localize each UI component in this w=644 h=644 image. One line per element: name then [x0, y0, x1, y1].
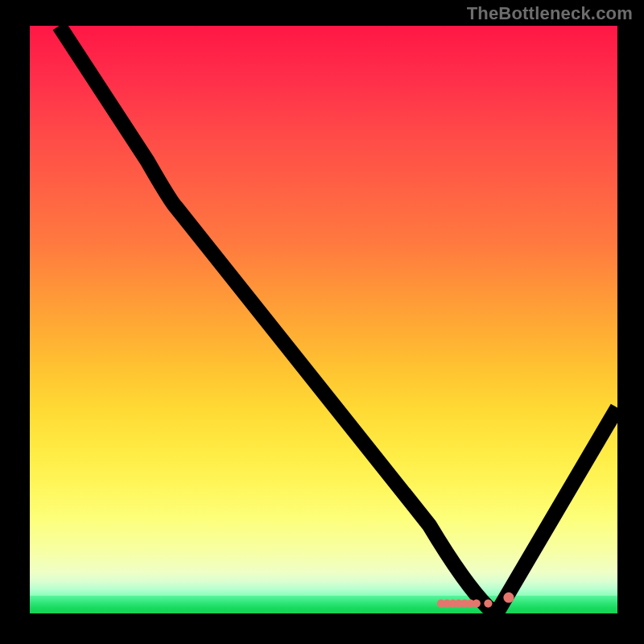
- gradient-pale: [30, 572, 617, 596]
- watermark-text: TheBottleneck.com: [467, 3, 633, 24]
- gradient-background: [30, 26, 617, 613]
- chart-frame: TheBottleneck.com: [0, 0, 644, 644]
- gradient-green: [30, 596, 617, 613]
- plot-area: [28, 24, 619, 615]
- gradient-warm: [30, 26, 617, 572]
